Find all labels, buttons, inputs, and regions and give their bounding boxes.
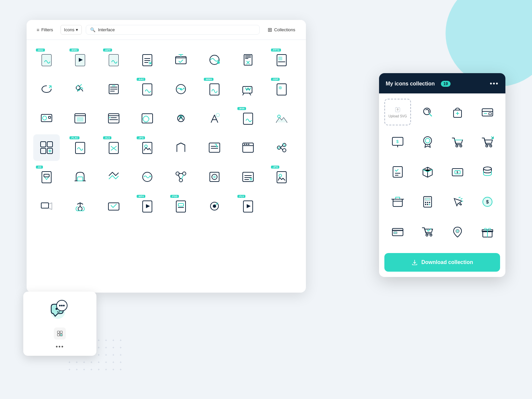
svg-rect-6 [109,55,118,66]
list-item[interactable]: .FLAC [67,134,93,161]
list-item[interactable] [100,164,127,190]
svg-point-26 [279,86,282,89]
list-item[interactable] [134,164,161,190]
svg-point-53 [246,144,247,145]
collection-icons-grid: Upload SVG $ [379,93,505,250]
list-item[interactable] [168,105,194,132]
list-item[interactable] [100,76,127,102]
list-item[interactable] [201,164,228,190]
add-to-collection-icon-button[interactable] [54,328,66,339]
collection-header: My icons collection 19 ••• [379,73,505,93]
list-item[interactable] [67,164,93,190]
list-item[interactable]: .ODP [268,76,295,102]
list-item[interactable] [414,99,441,125]
list-item[interactable]: .MP4 [134,193,161,219]
list-item[interactable]: .JPG [268,164,295,190]
list-item[interactable] [474,159,501,185]
svg-point-118 [427,202,428,203]
chevron-down-icon: ▾ [76,27,78,32]
list-item[interactable] [134,105,161,132]
list-item[interactable]: .PSD [168,193,194,219]
list-item[interactable] [474,99,501,125]
svg-text:$: $ [486,199,489,204]
list-item[interactable] [474,218,501,245]
list-item[interactable] [414,218,441,245]
list-item[interactable]: .AIFF [100,47,127,73]
browser-toolbar: ≡ Filters Icons ▾ 🔍 Interface ⊞ Collecti… [27,20,306,40]
svg-point-117 [425,202,426,203]
list-item[interactable]: .PPTX [268,47,295,73]
list-item[interactable] [414,129,441,155]
list-item[interactable]: $ [444,159,471,185]
list-item[interactable]: .XD [33,164,60,190]
list-item[interactable] [168,76,194,102]
list-item[interactable]: .M4A [235,105,261,132]
svg-point-130 [456,229,459,233]
list-item[interactable] [168,47,194,73]
list-item[interactable]: .WAV [33,47,60,73]
list-item[interactable] [235,134,261,161]
collections-label: Collections [274,27,295,32]
list-item[interactable] [134,47,161,73]
svg-rect-1 [42,55,51,66]
add-to-collection-button[interactable] [33,134,60,161]
list-item[interactable]: .JPG [134,134,161,161]
list-item[interactable] [201,105,228,132]
list-item[interactable] [474,129,501,155]
list-item[interactable] [100,193,127,219]
svg-point-41 [278,115,280,118]
svg-point-113 [483,167,491,170]
list-item[interactable] [444,218,471,245]
list-item[interactable] [168,134,194,161]
list-item[interactable]: .XLS [100,134,127,161]
filters-button[interactable]: ≡ Filters [33,25,57,35]
list-item[interactable]: .WMV [67,47,93,73]
list-item[interactable] [235,76,261,102]
list-item[interactable] [33,105,60,132]
svg-rect-60 [77,177,83,181]
list-item[interactable] [168,164,194,190]
list-item[interactable] [268,105,295,132]
svg-point-102 [425,138,430,143]
list-item[interactable]: $ [474,189,501,215]
list-item[interactable] [201,134,228,161]
svg-rect-127 [394,232,397,234]
list-item[interactable] [33,193,60,219]
list-item[interactable] [235,47,261,73]
list-item[interactable]: .WMA [201,76,228,102]
list-item[interactable] [268,134,295,161]
download-collection-button[interactable]: Download collection [384,253,500,272]
list-item[interactable] [67,76,93,102]
list-item[interactable] [414,189,441,215]
search-bar[interactable]: 🔍 Interface [86,25,260,35]
list-item[interactable] [444,189,471,215]
list-item[interactable] [201,193,228,219]
icons-dropdown[interactable]: Icons ▾ [61,25,82,35]
list-item[interactable] [33,76,60,102]
list-item[interactable] [67,105,93,132]
list-item[interactable] [444,99,471,125]
list-item[interactable] [384,159,411,185]
download-icon [411,259,418,266]
list-item[interactable] [100,105,127,132]
hover-more-button[interactable]: ••• [56,343,64,350]
svg-point-88 [61,305,63,307]
collections-button[interactable]: ⊞ Collections [264,25,299,35]
svg-point-70 [279,174,282,177]
svg-point-119 [429,202,430,203]
list-item[interactable] [444,129,471,155]
list-item[interactable] [384,218,411,245]
list-item[interactable]: $ [384,129,411,155]
collection-more-button[interactable]: ••• [490,80,499,87]
svg-marker-75 [146,204,150,208]
search-input[interactable]: Interface [98,27,256,32]
list-item[interactable]: .FLV [235,193,261,219]
list-item[interactable]: .AAC [134,76,161,102]
upload-svg-button[interactable]: Upload SVG [384,99,411,125]
list-item[interactable] [384,189,411,215]
list-item[interactable] [201,47,228,73]
list-item[interactable] [67,193,93,219]
collection-count-badge: 19 [441,81,451,87]
list-item[interactable] [235,164,261,190]
list-item[interactable] [414,159,441,185]
